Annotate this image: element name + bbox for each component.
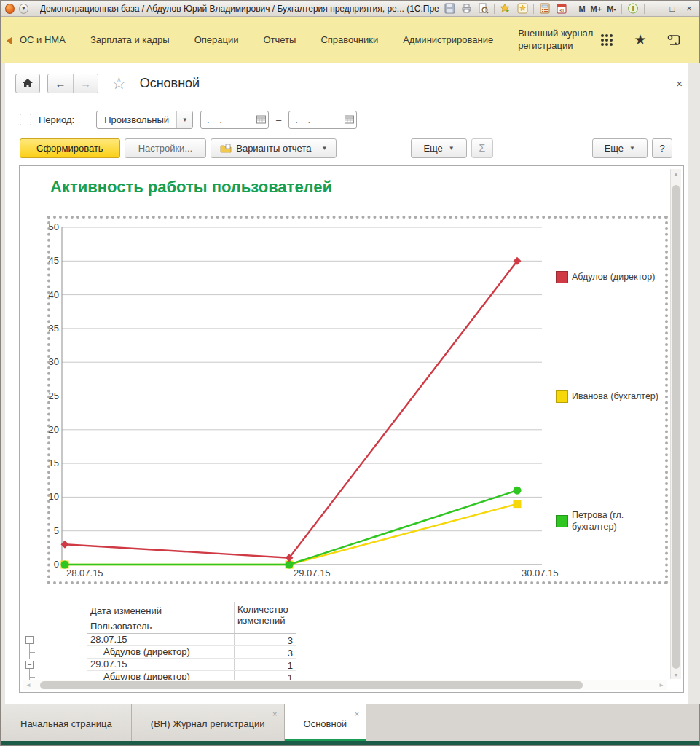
back-button[interactable]: ←	[48, 74, 73, 93]
title-bar: ▼ Демонстрационная база / Абдулов Юрий В…	[1, 1, 699, 17]
minimize-button[interactable]: –	[650, 4, 661, 14]
horizontal-scroll-thumb[interactable]	[40, 681, 583, 689]
window-tab-3[interactable]: Основной×	[285, 704, 367, 742]
menu-item-6[interactable]: Администрирование	[403, 34, 493, 45]
menu-item-1[interactable]: ОС и НМА	[20, 34, 66, 45]
tab-close-icon[interactable]: ×	[272, 710, 277, 718]
info-icon[interactable]: i	[627, 3, 639, 15]
date-from-value: . .	[201, 114, 253, 125]
period-checkbox[interactable]	[20, 114, 31, 125]
menu-item-7[interactable]: Внешний журнал регистрации	[518, 28, 599, 52]
date-from-field[interactable]: . .	[200, 111, 269, 129]
favorite-toggle-icon[interactable]: ☆	[111, 74, 127, 93]
main-menu-dropdown-icon[interactable]: ▼	[19, 4, 28, 14]
chart-object[interactable]: 0510152025303540455028.07.1529.07.1530.0…	[47, 216, 668, 584]
calculator-icon[interactable]	[539, 3, 551, 15]
date-to-field[interactable]: . .	[288, 111, 357, 129]
report-variants-button[interactable]: Варианты отчета ▼	[211, 138, 337, 158]
vertical-scrollbar[interactable]: ▲ ▼	[670, 169, 681, 679]
table-row[interactable]: 29.07.151	[87, 659, 296, 671]
sum-button[interactable]: Σ	[471, 138, 493, 158]
period-filter-row: Период: Произвольный ▼ . . – . .	[20, 110, 357, 129]
period-preset-select[interactable]: Произвольный ▼	[96, 111, 193, 129]
more-button-left[interactable]: Еще ▼	[411, 138, 466, 158]
tree-collapse-icon[interactable]: –	[25, 636, 34, 644]
help-button[interactable]: ?	[652, 138, 672, 158]
generate-button[interactable]: Сформировать	[20, 138, 120, 158]
menu-item-4[interactable]: Отчеты	[263, 34, 296, 45]
home-button[interactable]	[15, 74, 40, 93]
more-label: Еще	[423, 143, 442, 154]
report-table[interactable]: Дата изменений Пользователь Количество и…	[87, 602, 296, 683]
table-body: 28.07.153Абдулов (директор)329.07.151Абд…	[87, 634, 296, 683]
all-functions-grid-icon[interactable]	[599, 33, 614, 47]
menu-item-2[interactable]: Зарплата и кадры	[90, 34, 170, 45]
memory-minus-button[interactable]: M-	[607, 4, 616, 13]
scroll-right-icon[interactable]: ►	[658, 682, 664, 688]
more-label: Еще	[605, 143, 624, 154]
table-cell-value: 1	[235, 659, 296, 670]
open-windows-tabbar: Начальная страница(ВН) Журнал регистраци…	[1, 704, 699, 742]
history-icon[interactable]	[666, 33, 681, 47]
save-icon[interactable]	[444, 3, 455, 15]
form-close-icon[interactable]: ×	[676, 77, 683, 90]
y-axis-tick: 40	[49, 289, 59, 300]
tree-line	[29, 652, 35, 653]
favorites-star-icon[interactable]: ★	[633, 33, 648, 47]
chevron-down-icon[interactable]: ▼	[176, 111, 192, 128]
add-favorite-icon[interactable]	[500, 3, 511, 15]
window-title: Демонстрационная база / Абдулов Юрий Вла…	[40, 4, 440, 14]
menu-item-5[interactable]: Справочники	[320, 34, 378, 45]
scroll-up-icon[interactable]: ▲	[671, 171, 681, 176]
table-row[interactable]: Абдулов (директор)3	[87, 646, 296, 659]
tab-close-icon[interactable]: ×	[355, 710, 359, 718]
calendar-icon[interactable]: 31	[556, 3, 567, 15]
scroll-down-icon[interactable]: ▼	[671, 672, 681, 678]
data-point	[514, 487, 522, 495]
settings-button[interactable]: Настройки...	[125, 138, 207, 158]
titlebar-separator	[621, 4, 622, 14]
calendar-picker-icon[interactable]	[253, 115, 268, 124]
y-axis-tick: 20	[49, 424, 59, 435]
more-button-right[interactable]: Еще ▼	[592, 138, 648, 158]
close-button[interactable]: ×	[683, 4, 695, 14]
legend-swatch	[556, 390, 568, 403]
legend-label: Иванова (бухгалтер)	[572, 391, 665, 403]
maximize-button[interactable]: □	[666, 4, 678, 14]
tree-line	[29, 677, 35, 678]
data-point	[61, 561, 69, 569]
forward-button[interactable]: →	[73, 74, 98, 93]
tree-collapse-icon[interactable]: –	[25, 661, 34, 669]
series-line-3	[65, 490, 517, 565]
sections-panel: ОС и НМАЗарплата и кадрыОперацииОтчетыСп…	[1, 17, 699, 63]
svg-text:31: 31	[559, 8, 565, 13]
period-preset-value: Произвольный	[97, 111, 176, 128]
window-tab-2[interactable]: (ВН) Журнал регистрации×	[132, 704, 285, 742]
print-preview-icon[interactable]	[477, 3, 489, 15]
horizontal-scrollbar[interactable]: ◄ ►	[23, 680, 667, 690]
legend-item-1: Абдулов (директор)	[556, 271, 666, 283]
date-to-value: . .	[289, 114, 342, 125]
data-point	[514, 500, 522, 508]
report-toolbar: Сформировать Настройки... Варианты отчет…	[20, 138, 672, 158]
favorites-panel-icon[interactable]	[516, 3, 528, 15]
table-cell-label: 29.07.15	[87, 659, 235, 670]
memory-recall-button[interactable]: M	[578, 4, 585, 13]
svg-text:i: i	[632, 5, 634, 12]
collapse-panel-icon[interactable]	[7, 37, 12, 44]
calendar-picker-icon[interactable]	[342, 115, 356, 124]
y-axis-tick: 0	[54, 559, 59, 570]
y-axis-tick: 30	[49, 356, 59, 367]
table-header-col1-line1: Дата изменений	[90, 604, 231, 619]
print-icon[interactable]	[460, 3, 472, 15]
vertical-scroll-thumb[interactable]	[672, 185, 680, 669]
titlebar-separator	[644, 4, 645, 14]
menu-item-3[interactable]: Операции	[194, 34, 239, 45]
memory-plus-button[interactable]: M+	[591, 4, 602, 13]
window-tab-1[interactable]: Начальная страница	[1, 704, 132, 742]
legend-swatch	[556, 271, 568, 283]
scroll-left-icon[interactable]: ◄	[25, 682, 31, 688]
window-bottom-edge	[1, 741, 699, 745]
table-row[interactable]: 28.07.153	[87, 634, 296, 646]
table-header-col2: Количество изменений	[235, 602, 296, 633]
